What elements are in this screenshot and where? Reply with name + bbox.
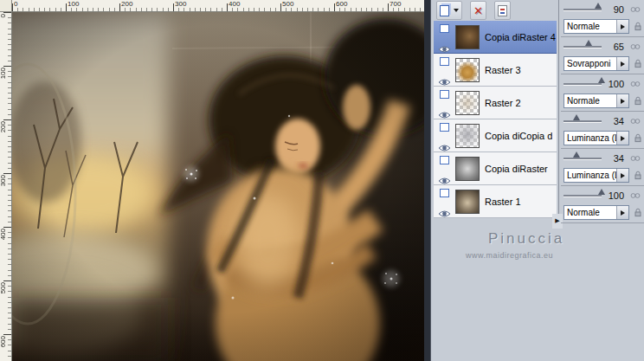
layer-icons-column bbox=[434, 156, 453, 182]
blend-mode-select[interactable]: Normale bbox=[564, 93, 629, 108]
ruler-label: 400 bbox=[0, 229, 7, 240]
canvas-image[interactable] bbox=[12, 12, 424, 361]
layer-control-block: 90 Normale bbox=[561, 0, 644, 37]
thumbnail-preview bbox=[456, 190, 479, 213]
blend-mode-select[interactable]: Normale bbox=[564, 205, 629, 220]
opacity-slider-thumb[interactable] bbox=[598, 189, 605, 195]
opacity-slider-thumb[interactable] bbox=[585, 40, 592, 46]
ruler-label: 500 bbox=[282, 1, 293, 8]
layer-name: Raster 2 bbox=[485, 98, 521, 108]
layer-icons-column bbox=[434, 57, 453, 83]
layer-row[interactable]: Copia diCopia d bbox=[434, 119, 557, 152]
opacity-row: 34 bbox=[564, 115, 644, 127]
blend-row: Sovrapponi bbox=[564, 56, 644, 71]
visibility-eye-icon[interactable] bbox=[438, 107, 451, 116]
visibility-eye-icon[interactable] bbox=[438, 42, 451, 50]
blend-mode-select[interactable]: Luminanza (L) bbox=[564, 131, 629, 145]
layer-thumbnail[interactable] bbox=[455, 58, 480, 82]
layer-icons-column bbox=[434, 90, 453, 116]
layer-control-block: 100 Normale bbox=[561, 186, 644, 223]
layer-thumbnail[interactable] bbox=[455, 25, 480, 49]
opacity-row: 100 bbox=[564, 190, 644, 202]
lock-transparency-icon[interactable] bbox=[634, 133, 642, 143]
lock-transparency-icon[interactable] bbox=[634, 96, 642, 106]
opacity-value: 90 bbox=[604, 4, 624, 15]
ruler-vertical[interactable]: 0100200300400500600 bbox=[0, 12, 12, 361]
opacity-slider[interactable] bbox=[564, 195, 602, 197]
link-icon[interactable] bbox=[630, 155, 641, 162]
opacity-value: 65 bbox=[604, 42, 624, 52]
new-layer-button[interactable] bbox=[436, 1, 462, 20]
layer-control-block: 34 Luminanza (L) bbox=[561, 112, 644, 149]
opacity-slider-thumb[interactable] bbox=[598, 77, 605, 83]
layer-row[interactable]: Raster 3 bbox=[434, 54, 557, 87]
ruler-corner bbox=[0, 0, 12, 12]
blend-mode-select[interactable]: Sovrapponi bbox=[564, 56, 629, 71]
opacity-slider-thumb[interactable] bbox=[573, 114, 580, 120]
lock-transparency-icon[interactable] bbox=[634, 22, 642, 31]
layer-name: Copia diRaster 4 bbox=[485, 32, 556, 42]
layer-row[interactable]: Raster 1 bbox=[434, 185, 557, 218]
link-icon[interactable] bbox=[630, 81, 641, 87]
layers-palette: ✕ Copia diRaster 4 Raster 3 bbox=[430, 0, 644, 361]
layer-icons-column bbox=[434, 189, 453, 215]
combo-arrow-icon bbox=[616, 132, 628, 145]
ruler-label: 300 bbox=[175, 1, 186, 8]
psp-window: 0100200300400500600700 01002003004005006… bbox=[0, 0, 644, 361]
opacity-value: 34 bbox=[604, 153, 624, 164]
opacity-row: 90 bbox=[564, 3, 644, 16]
delete-layer-button[interactable]: ✕ bbox=[470, 1, 486, 20]
ruler-label: 500 bbox=[0, 282, 7, 293]
ruler-label: 200 bbox=[121, 1, 132, 8]
combo-arrow-icon bbox=[616, 20, 628, 33]
layer-icons-column bbox=[434, 123, 453, 149]
visibility-eye-icon[interactable] bbox=[438, 140, 451, 149]
layer-thumbnail[interactable] bbox=[455, 124, 480, 148]
ruler-label: 0 bbox=[14, 1, 17, 8]
opacity-value: 100 bbox=[604, 190, 624, 201]
link-icon[interactable] bbox=[630, 118, 641, 125]
opacity-slider-thumb[interactable] bbox=[595, 3, 602, 9]
link-icon[interactable] bbox=[630, 43, 641, 50]
ruler-horizontal[interactable]: 0100200300400500600700 bbox=[12, 0, 424, 12]
ruler-label: 200 bbox=[0, 121, 7, 132]
blend-mode-select[interactable]: Luminanza (L) bbox=[564, 168, 629, 183]
blend-mode-value: Normale bbox=[564, 96, 600, 106]
layer-thumbnail[interactable] bbox=[455, 91, 480, 115]
opacity-slider[interactable] bbox=[564, 120, 602, 122]
ruler-label: 700 bbox=[390, 1, 401, 8]
edit-selection-icon bbox=[498, 5, 507, 16]
layers-toolbar: ✕ bbox=[434, 1, 555, 20]
ruler-label: 100 bbox=[0, 68, 7, 79]
lock-transparency-icon[interactable] bbox=[634, 59, 642, 68]
blend-mode-select[interactable]: Normale bbox=[564, 19, 629, 34]
layer-row[interactable]: Raster 2 bbox=[434, 87, 557, 119]
combo-arrow-icon bbox=[616, 57, 628, 70]
layer-row[interactable]: Copia diRaster bbox=[434, 152, 557, 185]
blend-row: Luminanza (L) bbox=[564, 131, 644, 145]
ruler-label: 600 bbox=[0, 336, 7, 347]
layer-row[interactable]: Copia diRaster 4 bbox=[434, 21, 557, 54]
thumbnail-preview bbox=[456, 59, 479, 81]
opacity-slider[interactable] bbox=[564, 83, 602, 85]
blend-mode-value: Normale bbox=[564, 208, 600, 217]
link-icon[interactable] bbox=[630, 192, 641, 199]
visibility-eye-icon[interactable] bbox=[438, 206, 451, 215]
lock-transparency-icon[interactable] bbox=[634, 171, 642, 180]
layer-thumbnail[interactable] bbox=[455, 157, 480, 181]
edit-selection-button[interactable] bbox=[494, 1, 511, 20]
opacity-slider[interactable] bbox=[564, 158, 602, 159]
visibility-eye-icon[interactable] bbox=[438, 173, 451, 182]
opacity-slider-thumb[interactable] bbox=[573, 151, 580, 158]
ruler-label: 100 bbox=[68, 1, 79, 8]
link-icon[interactable] bbox=[630, 6, 641, 13]
opacity-slider[interactable] bbox=[564, 9, 602, 10]
ruler-label: 400 bbox=[229, 1, 240, 8]
blend-row: Luminanza (L) bbox=[564, 168, 644, 183]
lock-transparency-icon[interactable] bbox=[634, 208, 642, 217]
layer-thumbnail[interactable] bbox=[455, 190, 480, 214]
opacity-slider[interactable] bbox=[564, 46, 602, 48]
watermark: Pinuccia www.maidiregrafica.eu bbox=[466, 230, 564, 260]
visibility-eye-icon[interactable] bbox=[438, 74, 451, 83]
blend-row: Normale bbox=[564, 19, 644, 34]
